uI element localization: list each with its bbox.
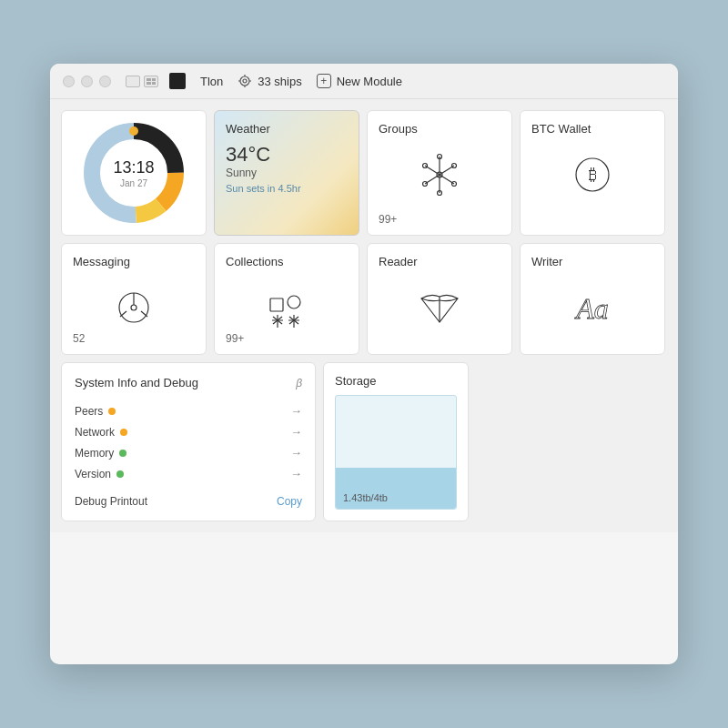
storage-card[interactable]: Storage 1.43tb/4tb [323,362,469,521]
grid-row-2: Messaging 52 Collections [61,243,667,355]
sysinfo-title: System Info and Debug [75,376,198,389]
weather-title: Weather [226,122,348,136]
groups-title: Groups [379,122,500,136]
groups-icon-area [379,143,500,207]
version-row[interactable]: Version → [75,467,302,480]
storage-title: Storage [335,374,457,388]
peers-arrow: → [290,404,302,418]
debug-row[interactable]: Debug Printout Copy [75,495,302,508]
storage-visual: 1.43tb/4tb [335,395,457,510]
btc-wallet-card[interactable]: BTC Wallet ₿ [520,110,665,236]
svg-point-10 [129,126,138,136]
writer-card[interactable]: Writer Aa [520,243,665,355]
memory-row[interactable]: Memory → [75,446,302,460]
new-module-label: New Module [337,75,402,88]
sysinfo-rows: Peers → Network → Memo [75,404,302,508]
svg-rect-31 [270,298,283,311]
messaging-count: 52 [73,332,85,345]
clock-time: 13:18 [113,158,154,178]
storage-label: 1.43tb/4tb [343,492,388,503]
memory-arrow: → [290,446,302,460]
version-status-dot [116,470,124,478]
writer-icon-area: Aa [531,276,653,339]
network-arrow: → [290,425,302,439]
minimize-button[interactable] [81,76,93,87]
svg-point-0 [240,76,249,86]
sysinfo-card[interactable]: System Info and Debug β Peers → Network [61,362,316,521]
new-module-item[interactable]: + New Module [317,74,402,88]
app-icon [169,73,186,89]
peers-status-dot [108,408,116,415]
svg-point-27 [131,305,136,310]
version-label-group: Version [75,468,124,480]
traffic-lights [63,76,111,87]
maximize-button[interactable] [99,76,111,87]
content-area: 13:18 Jan 27 Weather 34°C Sunny Sun sets… [50,99,678,532]
collections-count: 99+ [226,332,244,345]
memory-status-dot [119,450,126,457]
svg-point-1 [243,79,247,83]
reader-icon-area [379,276,500,339]
collections-title: Collections [226,255,348,268]
reader-card[interactable]: Reader [367,243,512,355]
weather-desc: Sunny [226,167,348,179]
ships-label: 33 ships [258,75,301,88]
window-tile-button[interactable] [126,76,140,87]
peers-row[interactable]: Peers → [75,404,302,418]
network-label: Network [75,426,115,439]
version-arrow: → [290,467,302,480]
clock-card[interactable]: 13:18 Jan 27 [61,110,207,236]
clock-center: 13:18 Jan 27 [113,158,154,188]
clock-donut: 13:18 Jan 27 [79,118,188,228]
memory-label-group: Memory [75,447,126,460]
titlebar: Tlon 33 ships + New Module [50,64,678,99]
ships-item[interactable]: 33 ships [238,74,301,88]
messaging-card[interactable]: Messaging 52 [61,243,207,355]
close-button[interactable] [63,76,75,87]
window-controls [126,76,158,87]
collections-icon-area [226,276,348,339]
grid-row-1: 13:18 Jan 27 Weather 34°C Sunny Sun sets… [61,110,667,236]
new-module-icon: + [317,74,331,88]
network-row[interactable]: Network → [75,425,302,439]
svg-point-32 [288,296,300,308]
debug-label: Debug Printout [75,495,147,508]
peers-label: Peers [75,405,103,418]
window-grid-button[interactable] [144,76,158,87]
btc-wallet-title: BTC Wallet [531,122,653,136]
svg-text:Aa: Aa [574,292,609,325]
groups-card[interactable]: Groups [367,110,512,236]
titlebar-nav: Tlon 33 ships + New Module [200,74,402,88]
clock-date: Jan 27 [113,177,154,187]
main-window: Tlon 33 ships + New Module [50,64,678,664]
bottom-section: System Info and Debug β Peers → Network [61,362,667,521]
beta-badge: β [296,377,302,389]
groups-count: 99+ [379,213,397,226]
peers-label-group: Peers [75,405,116,418]
weather-card[interactable]: Weather 34°C Sunny Sun sets in 4.5hr [214,110,359,236]
weather-sunset: Sun sets in 4.5hr [226,183,348,194]
app-name-label: Tlon [200,75,223,88]
messaging-title: Messaging [73,255,195,268]
app-name-item[interactable]: Tlon [200,75,223,88]
messaging-icon-area [73,276,195,339]
version-label: Version [75,468,111,480]
writer-title: Writer [531,255,653,268]
collections-card[interactable]: Collections [214,243,359,355]
network-status-dot [120,429,127,436]
copy-button[interactable]: Copy [277,495,302,508]
weather-temp: 34°C [226,143,348,167]
reader-title: Reader [379,255,500,268]
network-label-group: Network [75,426,127,439]
btc-wallet-icon-area: ₿ [531,143,653,207]
memory-label: Memory [75,447,114,460]
sysinfo-header: System Info and Debug β [75,376,302,389]
svg-text:₿: ₿ [589,166,597,184]
